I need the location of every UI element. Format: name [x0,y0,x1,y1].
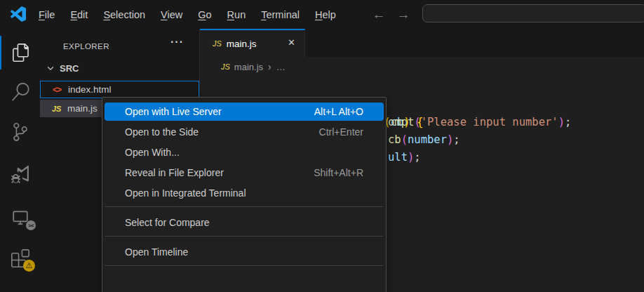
chevron-down-icon [46,64,55,72]
menu-item-reveal-in-file-explorer[interactable]: Reveal in File Explorer Shift+Alt+R [105,164,384,182]
menu-view[interactable]: View [154,6,189,23]
menu-item-open-in-integrated-terminal[interactable]: Open in Integrated Terminal [105,184,384,202]
navigate-forward-icon[interactable]: → [393,0,414,29]
git-branch-icon [11,123,29,141]
html-file-icon: <> [53,85,68,95]
run-and-debug-icon[interactable] [0,157,40,191]
menu-bar: File Edit Selection View Go Run Terminal… [31,0,344,29]
menu-item-open-with[interactable]: Open With... [105,143,384,161]
menu-item-label: Open With... [125,147,363,158]
js-file-icon: JS [221,62,230,71]
menu-separator [105,206,383,207]
folder-label: SRC [60,63,79,74]
tab-label: main.js [227,39,257,49]
magnifier-icon [11,83,29,101]
breadcrumb-file[interactable]: main.js [234,62,263,72]
folder-src[interactable]: SRC [40,60,199,77]
warning-badge-icon: ⚠ [23,260,35,272]
title-bar: File Edit Selection View Go Run Terminal… [0,0,644,29]
menu-item-shortcut: Shift+Alt+R [314,167,363,178]
menu-item-open-to-the-side[interactable]: Open to the Side Ctrl+Enter [105,123,384,141]
menu-item-label: Reveal in File Explorer [125,167,314,178]
more-actions-icon[interactable]: ··· [170,36,184,48]
remote-explorer-icon[interactable]: >< [0,201,40,234]
menu-item-open-with-live-server[interactable]: Open with Live Server Alt+L Alt+O [105,102,384,121]
sidebar-title: EXPLORER [63,42,109,51]
js-file-icon: JS [213,39,222,48]
close-tab-icon[interactable]: ✕ [288,37,295,48]
tab-bar: JS main.js ✕ [200,29,644,57]
breadcrumb-separator-icon: › [268,61,271,72]
menu-item-open-timeline[interactable]: Open Timeline [105,243,384,261]
code-line-1: 1 function fnCallBack(cb) { [200,79,644,96]
tab-main-js[interactable]: JS main.js ✕ [200,29,305,57]
menu-item-label: Select for Compare [125,217,363,228]
menu-help[interactable]: Help [309,6,342,23]
activity-bar: >< ⚠ [0,29,40,292]
menu-item-label: Open to the Side [125,126,319,138]
menu-go[interactable]: Go [192,6,217,23]
command-search-input[interactable] [422,4,644,22]
search-icon[interactable] [0,75,40,109]
menu-run[interactable]: Run [221,6,253,23]
navigate-back-icon[interactable]: ← [368,0,389,29]
extensions-icon[interactable]: ⚠ [0,241,40,275]
menu-separator [105,236,383,237]
vscode-window: { "titlebar": { "menus": ["File", "Edit"… [0,0,644,292]
menu-selection[interactable]: Selection [97,6,152,23]
menu-separator [105,265,383,266]
breadcrumb: JS main.js › … [200,58,644,76]
menu-file[interactable]: File [32,6,61,23]
menu-edit[interactable]: Edit [64,6,94,23]
remote-badge-icon: >< [26,220,36,230]
menu-item-shortcut: Alt+L Alt+O [314,106,363,117]
menu-item-select-for-compare[interactable]: Select for Compare [105,213,384,232]
breadcrumb-symbol[interactable]: … [276,62,286,72]
vscode-logo-icon [11,6,26,22]
menu-item-label: Open Timeline [125,246,363,258]
menu-item-label: Open with Live Server [125,106,314,117]
file-label: main.js [67,103,98,114]
code-text: ult); [388,149,421,166]
file-item-index-html[interactable]: <> index.html [40,81,199,98]
js-file-icon: JS [52,105,67,113]
menu-item-label: Open in Integrated Terminal [125,187,363,199]
files-icon [12,44,30,62]
explorer-icon[interactable] [0,36,40,69]
source-control-icon[interactable] [0,115,40,149]
menu-item-shortcut: Ctrl+Enter [319,126,363,138]
file-label: index.html [68,84,112,95]
debug-icon [11,165,29,183]
menu-terminal[interactable]: Terminal [255,6,306,23]
context-menu: Open with Live Server Alt+L Alt+O Open t… [102,97,387,292]
